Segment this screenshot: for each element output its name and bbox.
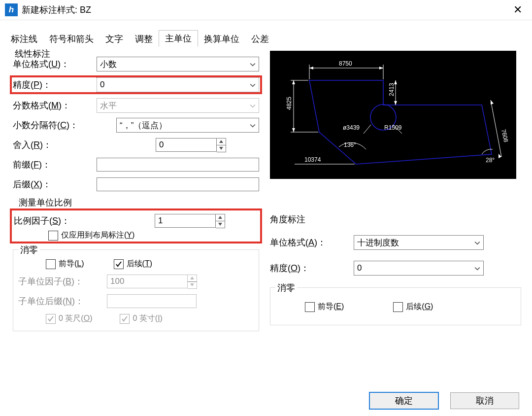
group-angular-title: 角度标注 <box>270 213 521 225</box>
checkbox-icon <box>393 302 403 312</box>
label-unit-format: 单位格式(U)： <box>13 58 97 70</box>
chevron-down-icon <box>250 102 256 107</box>
app-icon: h <box>5 3 18 16</box>
label-leading: 前导(L) <box>59 259 84 269</box>
chevron-down-icon <box>250 121 256 127</box>
combo-angular-precision[interactable]: 0 <box>354 261 484 276</box>
dialog-window: h 新建标注样式: BZ ✕ 标注线 符号和箭头 文字 调整 主单位 换算单位 … <box>0 0 532 416</box>
dim-dia1: ø3439 <box>343 124 360 131</box>
label-angular-unit-format: 单位格式(A)： <box>270 237 354 248</box>
spin-down-icon[interactable] <box>216 221 225 228</box>
chevron-down-icon <box>250 81 256 87</box>
checkbox-angular-trailing[interactable]: 后续(G) <box>393 302 433 312</box>
label-suffix: 后缀(X)： <box>13 178 97 190</box>
spin-down-icon <box>188 281 197 288</box>
label-prefix: 前缀(F)： <box>13 159 97 171</box>
spin-scale-factor[interactable]: 1 <box>155 214 225 228</box>
tab-fit[interactable]: 调整 <box>129 31 159 47</box>
checkbox-icon <box>114 259 124 269</box>
spin-up-icon[interactable] <box>216 214 225 221</box>
checkbox-zero-feet: 0 英尺(O) <box>46 313 92 324</box>
combo-angular-unit-format-value: 十进制度数 <box>357 237 399 248</box>
combo-angular-precision-value: 0 <box>357 263 362 273</box>
tab-symbols[interactable]: 符号和箭头 <box>43 31 100 47</box>
input-round[interactable]: 0 <box>156 138 217 152</box>
spin-up-icon[interactable] <box>217 139 226 145</box>
label-fraction-format: 分数格式(M)： <box>13 100 97 111</box>
titlebar: h 新建标注样式: BZ ✕ <box>0 0 532 20</box>
preview-drawing: 8750 4825 2413 7608 10374 136 <box>270 51 516 179</box>
label-decimal-separator: 小数分隔符(C)： <box>13 119 116 131</box>
input-subunit-suffix <box>107 294 197 308</box>
checkbox-icon <box>48 231 58 241</box>
label-angular-leading: 前导(E) <box>318 302 344 312</box>
preview-pane: 8750 4825 2413 7608 10374 136 <box>270 51 516 179</box>
dim-bottom: 10374 <box>304 156 321 163</box>
combo-fraction-format: 水平 <box>97 98 259 113</box>
checkbox-zero-inches: 0 英寸(I) <box>120 313 162 324</box>
group-zero-title: 消零 <box>18 244 40 256</box>
close-button[interactable]: ✕ <box>508 2 527 17</box>
tab-text[interactable]: 文字 <box>100 31 129 47</box>
tab-tolerance[interactable]: 公差 <box>245 31 275 47</box>
dim-top: 8750 <box>339 60 352 67</box>
label-scale-factor: 比例因子(S)： <box>14 215 155 227</box>
spin-down-icon[interactable] <box>217 145 226 152</box>
checkbox-trailing[interactable]: 后续(T) <box>114 259 152 269</box>
tab-alt-units[interactable]: 换算单位 <box>198 31 245 47</box>
tab-strip: 标注线 符号和箭头 文字 调整 主单位 换算单位 公差 <box>5 29 527 47</box>
label-precision: 精度(P)： <box>13 79 97 91</box>
label-subunit-suffix: 子单位后缀(N)： <box>18 295 107 307</box>
chevron-down-icon <box>474 264 480 270</box>
combo-precision[interactable]: 0 <box>97 77 259 92</box>
checkbox-icon <box>120 314 130 324</box>
group-linear-dimension: 线性标注 单位格式(U)： 小数 精度(P)： 0 分数 <box>8 51 264 336</box>
checkbox-layout-only[interactable]: 仅应用到布局标注(Y) <box>48 230 258 241</box>
label-trailing: 后续(T) <box>127 259 152 269</box>
combo-fraction-format-value: 水平 <box>100 100 117 111</box>
checkbox-leading[interactable]: 前导(L) <box>46 259 84 269</box>
label-subunit-factor: 子单位因子(B)： <box>18 276 107 287</box>
spin-up-icon <box>188 275 197 281</box>
window-title: 新建标注样式: BZ <box>22 4 91 16</box>
dim-far-right: 7608 <box>500 129 509 143</box>
label-angular-precision: 精度(O)： <box>270 262 354 274</box>
input-prefix[interactable] <box>97 158 259 172</box>
label-layout-only: 仅应用到布局标注(Y) <box>61 230 134 241</box>
label-scale-group: 测量单位比例 <box>19 197 259 208</box>
chevron-down-icon <box>474 239 480 244</box>
tab-primary-units[interactable]: 主单位 <box>159 30 198 47</box>
ok-button[interactable]: 确定 <box>369 392 438 409</box>
svg-line-10 <box>364 125 371 134</box>
cancel-button[interactable]: 取消 <box>450 392 519 409</box>
group-angular-zero-title: 消零 <box>275 282 297 294</box>
dim-angle2: 28° <box>486 157 495 164</box>
group-angular-zero: 消零 前导(E) 后续(G) <box>270 287 521 325</box>
checkbox-icon <box>46 259 56 269</box>
input-scale-factor[interactable]: 1 <box>155 214 216 228</box>
input-suffix[interactable] <box>97 177 259 191</box>
dim-right-v: 2413 <box>388 83 395 96</box>
group-zero-suppress: 消零 前导(L) 后续(T) 子单位因子(B)： <box>13 249 259 331</box>
label-round: 舍入(R)： <box>13 139 156 151</box>
spin-round[interactable]: 0 <box>156 138 226 152</box>
spin-subunit-factor: 100 <box>107 275 197 289</box>
chevron-down-icon <box>250 60 256 66</box>
svg-line-8 <box>491 100 501 157</box>
group-linear-title: 线性标注 <box>13 48 52 60</box>
combo-angular-unit-format[interactable]: 十进制度数 <box>354 235 484 250</box>
dim-dia2: R1509 <box>384 124 402 131</box>
dim-left: 4825 <box>286 97 293 110</box>
tab-lines[interactable]: 标注线 <box>5 31 43 47</box>
combo-decimal-separator[interactable]: “，”（逗点） <box>116 118 259 133</box>
input-subunit-factor: 100 <box>107 275 188 288</box>
checkbox-icon <box>305 302 315 312</box>
combo-unit-format[interactable]: 小数 <box>97 57 259 71</box>
dim-angle: 136° <box>344 141 356 148</box>
label-zero-feet: 0 英尺(O) <box>59 313 92 324</box>
combo-unit-format-value: 小数 <box>100 59 117 70</box>
checkbox-icon <box>46 314 56 324</box>
label-angular-trailing: 后续(G) <box>406 302 433 312</box>
combo-precision-value: 0 <box>100 80 104 90</box>
checkbox-angular-leading[interactable]: 前导(E) <box>305 302 344 312</box>
